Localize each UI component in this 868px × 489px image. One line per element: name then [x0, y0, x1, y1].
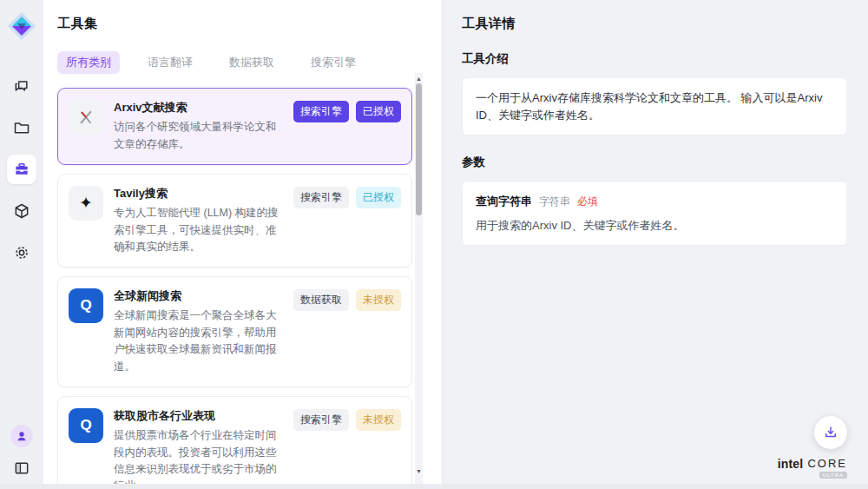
param-required-flag: 必填	[577, 194, 598, 209]
category-badge: 搜索引擎	[293, 187, 349, 208]
folder-icon[interactable]	[7, 113, 36, 142]
param-box: 查询字符串 字符串 必填 用于搜索的Arxiv ID、关键字或作者姓名。	[462, 181, 847, 246]
scrollbar-thumb[interactable]	[416, 83, 422, 215]
intel-core-logo: intel core ULTRA	[778, 457, 847, 479]
auth-status-badge: 未授权	[356, 409, 401, 431]
tool-description: 全球新闻搜索是一个聚合全球各大新闻网站内容的搜索引擎，帮助用户快速获取全球最新资…	[114, 307, 283, 375]
chat-icon[interactable]	[7, 71, 36, 101]
ultra-badge: ULTRA	[819, 472, 847, 479]
tool-title: Arxiv文献搜索	[114, 100, 283, 116]
tab-data-acquisition[interactable]: 数据获取	[220, 51, 283, 74]
category-badge: 数据获取	[293, 289, 349, 311]
param-name: 查询字符串	[476, 193, 532, 210]
settings-gear-icon[interactable]	[7, 238, 36, 268]
tool-title: 全球新闻搜索	[114, 288, 283, 304]
juhe-q-icon: Q	[69, 288, 103, 323]
category-badge: 搜索引擎	[293, 409, 349, 431]
category-tabs: 所有类别 语言翻译 数据获取 搜索引擎	[57, 51, 442, 74]
window-bottom-edge	[0, 484, 868, 489]
auth-status-badge: 已授权	[356, 101, 401, 122]
tool-detail-panel: 工具详情 工具介绍 一个用于从Arxiv存储库搜索科学论文和文章的工具。 输入可…	[443, 0, 868, 489]
params-heading: 参数	[462, 155, 847, 170]
tool-list-panel: 工具集 所有类别 语言翻译 数据获取 搜索引擎 Arxiv文献搜索 访问	[43, 0, 443, 489]
rail-bottom	[10, 425, 34, 480]
tool-description: 专为人工智能代理 (LLM) 构建的搜索引擎工具，可快速提供实时、准确和真实的结…	[114, 205, 283, 255]
tab-language-translation[interactable]: 语言翻译	[139, 51, 201, 74]
tool-card-sector-performance[interactable]: Q 获取股市各行业表现 提供股票市场各个行业在特定时间段内的表现。投资者可以利用…	[57, 396, 412, 489]
intro-text: 一个用于从Arxiv存储库搜索科学论文和文章的工具。 输入可以是Arxiv ID…	[476, 91, 822, 122]
list-scrollbar[interactable]: ▲ ▼	[415, 73, 423, 489]
app-window: 工具集 所有类别 语言翻译 数据获取 搜索引擎 Arxiv文献搜索 访问	[0, 0, 868, 489]
juhe-q-icon: Q	[69, 408, 103, 443]
core-wordmark: core	[807, 457, 847, 470]
intro-heading: 工具介绍	[462, 51, 847, 67]
param-description: 用于搜索的Arxiv ID、关键字或作者姓名。	[476, 217, 833, 235]
scroll-down-arrow-icon[interactable]: ▼	[415, 467, 423, 475]
tool-card-arxiv[interactable]: Arxiv文献搜索 访问各个研究领域大量科学论文和文章的存储库。 搜索引擎 已授…	[57, 88, 412, 165]
category-badge: 搜索引擎	[293, 101, 349, 122]
arxiv-x-icon	[69, 100, 103, 135]
app-logo-icon[interactable]	[6, 10, 37, 42]
user-avatar-icon[interactable]	[10, 425, 33, 447]
tool-title: 获取股市各行业表现	[114, 408, 283, 424]
tab-all-categories[interactable]: 所有类别	[57, 51, 120, 74]
intel-wordmark: intel	[778, 457, 804, 471]
tool-description: 访问各个研究领域大量科学论文和文章的存储库。	[114, 119, 283, 153]
tool-card-list: Arxiv文献搜索 访问各个研究领域大量科学论文和文章的存储库。 搜索引擎 已授…	[57, 88, 412, 489]
tool-card-tavily[interactable]: ✦ Tavily搜索 专为人工智能代理 (LLM) 构建的搜索引擎工具，可快速提…	[57, 174, 412, 268]
rail-nav	[7, 71, 36, 268]
auth-status-badge: 未授权	[356, 289, 401, 311]
detail-title: 工具详情	[462, 16, 847, 32]
intro-box: 一个用于从Arxiv存储库搜索科学论文和文章的工具。 输入可以是Arxiv ID…	[462, 77, 847, 135]
tool-card-global-news[interactable]: Q 全球新闻搜索 全球新闻搜索是一个聚合全球各大新闻网站内容的搜索引擎，帮助用户…	[57, 276, 412, 387]
icon-rail	[0, 0, 43, 489]
tool-description: 提供股票市场各个行业在特定时间段内的表现。投资者可以利用这些信息来识别表现优于或…	[114, 427, 283, 489]
cube-icon[interactable]	[7, 196, 36, 226]
page-title: 工具集	[57, 16, 442, 32]
panel-toggle-icon[interactable]	[10, 456, 34, 480]
toolbox-icon[interactable]	[7, 155, 36, 184]
tool-title: Tavily搜索	[114, 186, 283, 202]
param-type: 字符串	[539, 194, 570, 209]
auth-status-badge: 已授权	[356, 187, 401, 208]
tab-search-engine[interactable]: 搜索引擎	[302, 51, 365, 74]
scroll-up-arrow-icon[interactable]: ▲	[415, 75, 423, 83]
download-button[interactable]	[814, 416, 847, 449]
sparkle-icon: ✦	[69, 186, 103, 221]
